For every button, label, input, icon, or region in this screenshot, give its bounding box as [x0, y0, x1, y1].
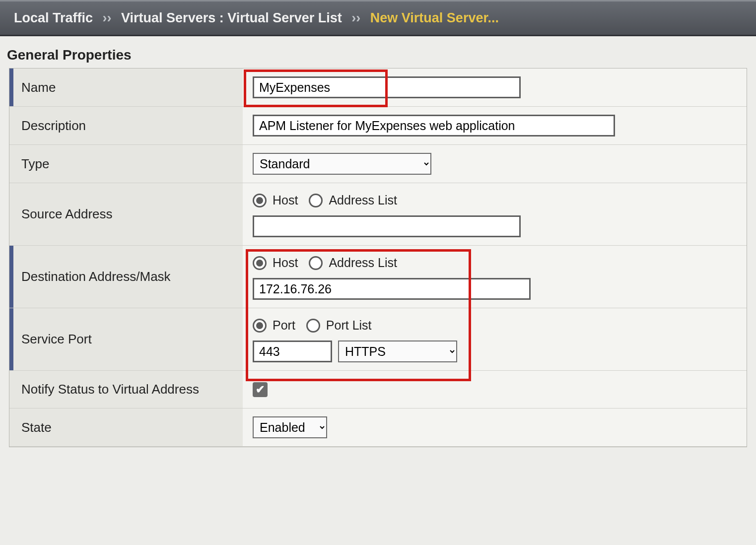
description-input[interactable]: [253, 115, 615, 136]
label-notify-status: Notify Status to Virtual Address: [9, 371, 243, 408]
label-state: State: [9, 409, 243, 446]
breadcrumb-seg-current: New Virtual Server...: [370, 10, 499, 25]
section-title: General Properties: [0, 36, 756, 68]
state-select[interactable]: Enabled: [253, 416, 327, 438]
notify-status-checkbox[interactable]: ✔: [253, 382, 268, 397]
breadcrumb-sep-icon: ››: [103, 10, 112, 25]
row-notify-status: Notify Status to Virtual Address ✔: [9, 371, 747, 409]
source-address-input[interactable]: [253, 215, 521, 237]
row-service-port: Service Port Port Port List HTTPS: [9, 308, 747, 371]
label-type: Type: [9, 145, 243, 183]
row-description: Description: [9, 107, 747, 145]
row-type: Type Standard: [9, 145, 747, 183]
label-destination-address: Destination Address/Mask: [9, 246, 243, 308]
label-source-address: Source Address: [9, 183, 243, 245]
type-select[interactable]: Standard: [253, 153, 431, 175]
breadcrumb-seg-local-traffic[interactable]: Local Traffic: [14, 10, 93, 25]
name-input[interactable]: [253, 76, 521, 98]
breadcrumb-seg-virtual-servers[interactable]: Virtual Servers : Virtual Server List: [121, 10, 342, 25]
source-address-list-radio[interactable]: [309, 194, 323, 207]
service-port-protocol-select[interactable]: HTTPS: [338, 341, 457, 362]
row-name: Name: [9, 68, 747, 107]
label-service-port: Service Port: [9, 308, 243, 370]
port-radio[interactable]: [253, 319, 267, 333]
dest-host-radio-label: Host: [273, 256, 298, 270]
row-source-address: Source Address Host Address List: [9, 183, 747, 246]
dest-address-list-radio-label: Address List: [329, 256, 397, 270]
service-port-input[interactable]: [253, 341, 332, 362]
source-host-radio-label: Host: [273, 193, 298, 207]
port-list-radio-label: Port List: [326, 318, 372, 333]
breadcrumb-sep-icon: ››: [351, 10, 360, 25]
dest-address-list-radio[interactable]: [309, 256, 323, 270]
label-description: Description: [9, 107, 243, 144]
source-host-radio[interactable]: [253, 194, 267, 207]
dest-host-radio[interactable]: [253, 256, 267, 270]
row-destination-address: Destination Address/Mask Host Address Li…: [9, 246, 747, 308]
source-address-list-radio-label: Address List: [329, 193, 397, 207]
destination-address-input[interactable]: [253, 278, 531, 300]
breadcrumb: Local Traffic ›› Virtual Servers : Virtu…: [0, 0, 756, 36]
label-name: Name: [9, 68, 243, 106]
port-radio-label: Port: [273, 318, 295, 333]
general-properties-table: Name Description Type Standard Source Ad…: [9, 68, 747, 447]
row-state: State Enabled: [9, 409, 747, 447]
port-list-radio[interactable]: [306, 319, 320, 333]
